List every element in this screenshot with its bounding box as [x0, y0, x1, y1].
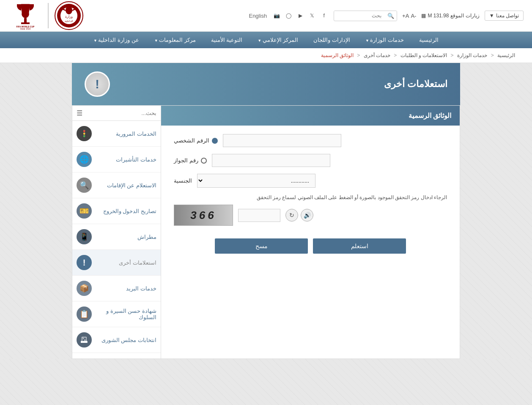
post-icon: 📦 — [77, 281, 92, 296]
sidebar-item-conduct[interactable]: شهادة حسن السيرة و السلوك 📋 — [72, 301, 161, 327]
sidebar-item-post-label: خدمات البريد — [94, 285, 156, 292]
residence-icon: 🔍 — [77, 178, 92, 193]
captcha-audio-button[interactable]: 🔊 — [301, 209, 313, 222]
nav-link-about[interactable]: عن وزارة الداخلية — [86, 32, 147, 48]
sidebar-item-entry-label: تصاريح الدخول والخروج — [94, 208, 156, 214]
entry-icon: 🎫 — [77, 203, 92, 219]
personal-id-input[interactable] — [223, 134, 341, 147]
sidebar-item-shura-label: انتخابات مجلس الشورى — [94, 337, 156, 343]
contact-button[interactable]: ▼ تواصل معنا — [485, 11, 524, 21]
sidebar-item-visa-label: خدمات التأشيرات — [94, 156, 156, 163]
breadcrumb-sep-2: < — [449, 52, 453, 58]
sidebar-item-other-label: استعلامات أخرى — [94, 260, 156, 266]
sidebar-item-post[interactable]: خدمات البريد 📦 — [72, 276, 161, 301]
nav-link-media[interactable]: المركز الإعلامي — [250, 32, 306, 48]
search-input[interactable] — [334, 11, 385, 20]
sidebar-item-entry[interactable]: تصاريح الدخول والخروج 🎫 — [72, 198, 161, 224]
search-button[interactable]: 🔍 — [385, 11, 397, 21]
form-area: الوثائق الرسمية الرقم الشخصي رقم الجواز — [161, 106, 460, 358]
page-header-icon: ! — [85, 71, 110, 97]
visits-counter: زيارات الموقع 131.98 M ▩ — [421, 13, 479, 19]
nav-link-info[interactable]: مركز المعلومات — [147, 32, 203, 48]
mattresses-icon: 📱 — [77, 229, 92, 244]
nav-item-departments[interactable]: الإدارات واللجان — [306, 32, 358, 48]
sidebar-item-other[interactable]: استعلامات أخرى ! — [72, 250, 161, 276]
clear-button[interactable]: مسح — [215, 238, 308, 254]
social-icons: 📷 ◯ ▶ 𝕏 f — [272, 11, 329, 20]
twitter-icon[interactable]: 𝕏 — [307, 11, 317, 20]
nav-item-about[interactable]: عن وزارة الداخلية — [86, 32, 147, 48]
captcha-hint: الرجاء ادخال رمز التحقق الموجود بالصورة … — [174, 194, 447, 200]
captcha-image: 366 — [174, 205, 233, 226]
bar-chart-icon: ▩ — [421, 13, 426, 19]
nav-item-security[interactable]: التوعية الأمنية — [203, 32, 250, 48]
logo-divider — [48, 3, 49, 28]
exclamation-icon: ! — [95, 77, 99, 91]
instagram-icon[interactable]: ◯ — [284, 11, 293, 20]
inquiry-button[interactable]: استعلم — [313, 238, 406, 254]
fifa-worldcup-logo: FIFA WORLD CUP Qatar 2022 — [8, 2, 42, 30]
sidebar-item-mattresses-label: مطراش — [94, 234, 156, 240]
nav-link-services[interactable]: خدمات الوزارة — [358, 32, 411, 48]
breadcrumb-inquiries[interactable]: الاستعلامات و الطلبات — [400, 52, 447, 58]
captcha-input[interactable] — [238, 209, 280, 222]
svg-rect-7 — [24, 18, 27, 22]
sidebar: ☰ الخدمات المرورية 🚦 خدمات التأشيرات 🌐 ا… — [72, 106, 161, 358]
sidebar-item-visa[interactable]: خدمات التأشيرات 🌐 — [72, 147, 161, 172]
nav-link-security[interactable]: التوعية الأمنية — [203, 32, 250, 48]
nationality-label: الجنسية — [174, 178, 192, 184]
nav-item-home[interactable]: الرئيسية — [411, 32, 446, 48]
nav-bar: الرئيسية خدمات الوزارة الإدارات واللجان … — [0, 32, 532, 48]
breadcrumb: الرئيسية < خدمات الوزارة < الاستعلامات و… — [0, 48, 532, 63]
svg-point-5 — [66, 6, 72, 14]
nav-item-media[interactable]: المركز الإعلامي — [250, 32, 306, 48]
sidebar-item-traffic[interactable]: الخدمات المرورية 🚦 — [72, 121, 161, 147]
nav-item-services[interactable]: خدمات الوزارة — [358, 32, 411, 48]
breadcrumb-current: الوثائق الرسمية — [321, 52, 354, 58]
breadcrumb-other-services[interactable]: خدمات أخرى — [364, 52, 390, 58]
sidebar-item-shura[interactable]: انتخابات مجلس الشورى 🗳 — [72, 327, 161, 353]
captcha-controls: 🔊 ↻ — [285, 209, 313, 222]
main-content: الوثائق الرسمية الرقم الشخصي رقم الجواز — [72, 105, 460, 359]
passport-label: رقم الجواز — [174, 157, 207, 164]
language-toggle[interactable]: English — [249, 13, 267, 19]
breadcrumb-sep-1: < — [489, 52, 494, 58]
facebook-icon[interactable]: f — [319, 11, 329, 20]
passport-row: رقم الجواز — [174, 154, 447, 167]
top-bar: English 📷 ◯ ▶ 𝕏 f 🔍 +A A- زيارات الموقع … — [0, 0, 532, 32]
sidebar-item-residence[interactable]: الاستعلام عن الإقامات 🔍 — [72, 172, 161, 198]
font-increase-button[interactable]: +A — [402, 13, 409, 19]
breadcrumb-sep-3: < — [392, 52, 397, 58]
sidebar-item-mattresses[interactable]: مطراش 📱 — [72, 224, 161, 250]
breadcrumb-home[interactable]: الرئيسية — [497, 52, 515, 58]
passport-input[interactable] — [212, 154, 330, 167]
sidebar-search-box: ☰ — [72, 106, 161, 121]
qatar-moi-logo: وزارة الداخلية — [54, 1, 84, 30]
nav-link-departments[interactable]: الإدارات واللجان — [306, 32, 358, 48]
breadcrumb-ministry-services[interactable]: خدمات الوزارة — [457, 52, 487, 58]
traffic-icon: 🚦 — [77, 126, 92, 141]
passport-radio[interactable] — [201, 158, 207, 164]
breadcrumb-sep-4: < — [356, 52, 360, 58]
periscope-icon[interactable]: 📷 — [272, 11, 281, 20]
shura-icon: 🗳 — [77, 332, 92, 348]
svg-rect-8 — [21, 22, 30, 24]
top-bar-left-section: English 📷 ◯ ▶ 𝕏 f 🔍 +A A- زيارات الموقع … — [249, 11, 524, 21]
nationality-row: ............ الجنسية — [174, 174, 447, 188]
personal-id-row: الرقم الشخصي — [174, 134, 447, 147]
nationality-select[interactable]: ............ — [197, 174, 315, 188]
personal-id-radio[interactable] — [212, 138, 218, 144]
nav-item-info[interactable]: مركز المعلومات — [147, 32, 203, 48]
captcha-refresh-button[interactable]: ↻ — [285, 209, 298, 222]
svg-text:الداخلية: الداخلية — [65, 20, 73, 22]
svg-text:وزارة: وزارة — [65, 15, 73, 19]
sidebar-search-input[interactable] — [85, 110, 156, 116]
font-decrease-button[interactable]: A- — [411, 13, 416, 19]
conduct-icon: 📋 — [77, 306, 92, 322]
font-controls: +A A- — [402, 13, 416, 19]
youtube-icon[interactable]: ▶ — [296, 11, 305, 20]
sidebar-menu-icon[interactable]: ☰ — [77, 109, 82, 117]
sidebar-item-residence-label: الاستعلام عن الإقامات — [94, 182, 156, 189]
nav-link-home[interactable]: الرئيسية — [411, 32, 446, 48]
sidebar-item-conduct-label: شهادة حسن السيرة و السلوك — [94, 308, 156, 320]
